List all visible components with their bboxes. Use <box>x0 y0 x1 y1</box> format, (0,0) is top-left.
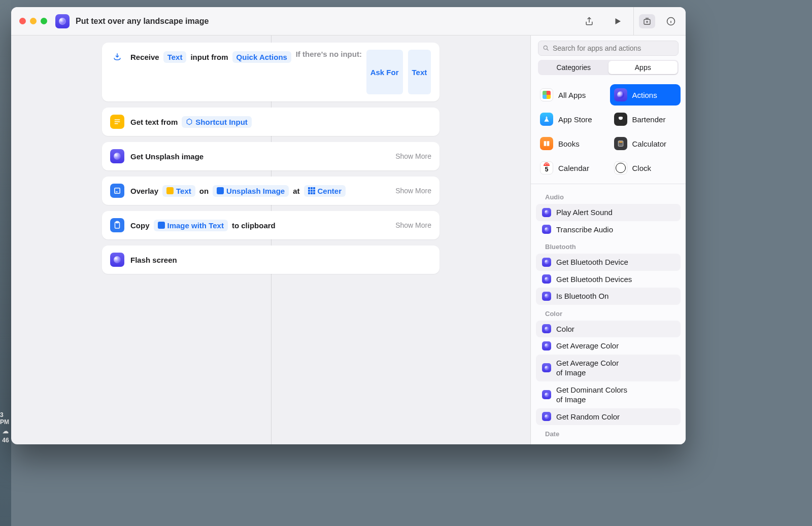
calendar-month: APR <box>544 162 550 166</box>
library-segmented-control[interactable]: Categories Apps <box>538 60 679 75</box>
app-clock[interactable]: Clock <box>610 157 681 179</box>
overlay-position-text: Center <box>318 187 342 195</box>
menubar-time: 3 PM <box>0 411 11 426</box>
svg-rect-16 <box>619 142 622 143</box>
actions-icon <box>110 253 124 267</box>
step-copy-clipboard[interactable]: Copy Image with Text to clipboard Show M… <box>102 211 439 239</box>
action-get-random-color[interactable]: Get Random Color <box>536 408 681 426</box>
app-label: Books <box>558 139 580 148</box>
overlay-text-token[interactable]: Text <box>162 185 195 197</box>
no-input-label: If there's no input: <box>296 50 362 94</box>
copy-source-token[interactable]: Image with Text <box>154 220 228 231</box>
app-label: Bartender <box>632 115 666 124</box>
menubar-weather-icon: ☁︎ <box>3 428 9 435</box>
show-more-button[interactable]: Show More <box>395 152 431 160</box>
library-sidebar: Categories Apps All Apps Actions App Sto… <box>530 36 686 444</box>
app-label: Clock <box>632 164 652 172</box>
clock-icon <box>614 161 627 174</box>
app-calendar[interactable]: APR5Calendar <box>536 157 607 179</box>
close-button[interactable] <box>19 18 26 24</box>
tab-apps[interactable]: Apps <box>608 61 678 74</box>
shortcut-title[interactable]: Put text over any landscape image <box>76 17 583 26</box>
svg-rect-4 <box>311 187 313 189</box>
overlay-position-token[interactable]: Center <box>304 185 346 197</box>
action-get-dominant-colors-of-image[interactable]: Get Dominant Colors of Image <box>536 381 681 408</box>
svg-point-19 <box>621 144 622 144</box>
action-label: Get Average Color of Image <box>556 358 619 378</box>
fullscreen-button[interactable] <box>41 18 47 24</box>
tab-categories[interactable]: Categories <box>539 61 608 74</box>
show-more-button[interactable]: Show More <box>395 221 431 229</box>
ask-for-type-token[interactable]: Text <box>408 50 431 94</box>
svg-rect-8 <box>313 190 315 192</box>
step-flash-screen[interactable]: Flash screen <box>102 246 439 274</box>
step-get-text[interactable]: Get text from Shortcut Input <box>102 108 439 136</box>
receive-type-token[interactable]: Text <box>163 51 187 63</box>
action-get-bluetooth-device[interactable]: Get Bluetooth Device <box>536 254 681 271</box>
app-label: Calendar <box>558 164 589 172</box>
search-field[interactable] <box>553 44 674 52</box>
action-transcribe-audio[interactable]: Transcribe Audio <box>536 221 681 238</box>
svg-rect-7 <box>311 190 313 192</box>
app-label: App Store <box>558 115 592 124</box>
library-toggle-button[interactable] <box>639 14 655 28</box>
get-text-label: Get text from <box>130 118 178 126</box>
overlay-label: Overlay <box>130 187 158 195</box>
bartender-icon <box>614 113 627 126</box>
svg-point-18 <box>620 144 621 144</box>
action-is-bluetooth-on[interactable]: Is Bluetooth On <box>536 288 681 305</box>
action-icon <box>542 324 551 333</box>
action-icon <box>542 274 551 284</box>
step-get-unsplash[interactable]: Get Unsplash image Show More <box>102 142 439 170</box>
action-play-alert-sound[interactable]: Play Alert Sound <box>536 204 681 221</box>
action-icon <box>542 258 551 267</box>
action-label: Get Bluetooth Devices <box>556 274 632 285</box>
step-overlay[interactable]: Overlay Text on Unsplash Image at Center… <box>102 177 439 205</box>
app-appstore[interactable]: App Store <box>536 109 607 130</box>
receive-from-label: input from <box>190 53 228 61</box>
section-header-bluetooth: Bluetooth <box>536 238 681 254</box>
action-label: Transcribe Audio <box>556 225 613 235</box>
shortcut-input-text: Shortcut Input <box>195 118 247 126</box>
step-receive-input[interactable]: Receive Text input from Quick Actions If… <box>102 43 439 101</box>
action-icon <box>542 292 551 301</box>
receive-source-token[interactable]: Quick Actions <box>232 51 291 63</box>
workflow-editor[interactable]: Receive Text input from Quick Actions If… <box>11 36 530 444</box>
overlay-at-label: at <box>293 187 299 195</box>
action-label: Get Bluetooth Device <box>556 257 628 267</box>
action-icon <box>542 363 551 372</box>
apps-grid: All Apps Actions App Store Bartender Boo… <box>531 80 686 182</box>
svg-rect-11 <box>313 192 315 194</box>
calculator-icon <box>614 137 627 150</box>
action-get-average-color[interactable]: Get Average Color <box>536 337 681 355</box>
ask-for-token[interactable]: Ask For <box>366 50 403 94</box>
show-more-button[interactable]: Show More <box>395 187 431 195</box>
overlay-image-token[interactable]: Unsplash Image <box>213 185 289 197</box>
app-calculator[interactable]: Calculator <box>610 133 681 154</box>
minimize-button[interactable] <box>30 18 37 24</box>
action-icon <box>542 341 551 350</box>
action-get-bluetooth-devices[interactable]: Get Bluetooth Devices <box>536 271 681 288</box>
app-books[interactable]: Books <box>536 133 607 154</box>
action-color[interactable]: Color <box>536 321 681 338</box>
svg-rect-2 <box>115 188 120 194</box>
section-header-audio: Audio <box>536 188 681 204</box>
search-input[interactable] <box>538 41 679 56</box>
actions-list[interactable]: Audio Play Alert Sound Transcribe Audio … <box>531 184 686 444</box>
calendar-day: 5 <box>545 166 549 173</box>
run-button[interactable] <box>611 15 624 28</box>
info-button[interactable] <box>664 15 678 28</box>
all-apps-icon <box>540 88 553 101</box>
shortcut-input-token[interactable]: Shortcut Input <box>182 116 251 128</box>
action-icon <box>542 390 551 399</box>
svg-rect-10 <box>311 192 313 194</box>
app-all-apps[interactable]: All Apps <box>536 84 607 106</box>
action-label: Play Alert Sound <box>556 207 613 218</box>
app-actions[interactable]: Actions <box>610 84 681 106</box>
svg-rect-5 <box>313 187 315 189</box>
share-button[interactable] <box>583 15 596 28</box>
app-bartender[interactable]: Bartender <box>610 109 681 130</box>
desktop-peek: 3 PM ☁︎ 46 <box>0 0 11 526</box>
action-icon <box>542 225 551 234</box>
action-get-average-color-of-image[interactable]: Get Average Color of Image <box>536 355 681 381</box>
